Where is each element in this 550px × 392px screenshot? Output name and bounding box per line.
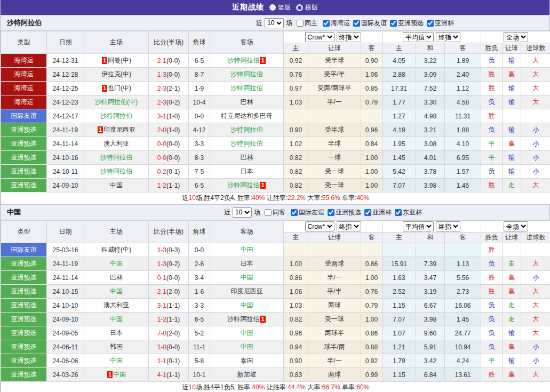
home-team-cell: 中国: [84, 285, 149, 299]
full-time-score: 1-3: [157, 246, 166, 254]
match-type-badge: 亚洲预选: [1, 354, 47, 368]
corner-cell: 0-0: [189, 109, 210, 123]
handicap-result: 输: [503, 95, 521, 109]
summary-segment: 场,胜4平2负4, 胜率:: [196, 194, 252, 202]
table-row: 亚洲预选 24-10-16 沙特阿拉伯 0-0(0-0) 8-3 巴林 0.82…: [1, 151, 550, 165]
avg-home-odds: 2.88: [382, 68, 416, 82]
category-checkbox[interactable]: [353, 20, 360, 27]
category-checkbox[interactable]: [323, 20, 330, 27]
half-time-score: (0-0): [166, 57, 180, 65]
avg-away-odds: 1.45: [445, 313, 481, 326]
corner-cell: 5-8: [189, 354, 210, 368]
col-header-score: 比分(半场): [149, 221, 189, 243]
handicap-line: 两球半: [308, 326, 361, 340]
crow-away-odds: 1.06: [361, 68, 382, 82]
full-game-select[interactable]: 全场: [504, 221, 528, 231]
category-checkbox[interactable]: [427, 20, 434, 27]
average-select[interactable]: 平均值: [403, 221, 434, 231]
match-date: 24-11-14: [47, 271, 84, 285]
category-checkbox[interactable]: [390, 20, 397, 27]
match-type-badge: 亚洲预选: [1, 257, 47, 271]
team-title: 中国: [7, 207, 21, 217]
same-venue-filter[interactable]: 同主: [294, 19, 317, 28]
radio-horizontal-layout[interactable]: 横版: [296, 3, 318, 12]
team-name: 沙特阿拉伯: [231, 126, 263, 133]
corner-cell: 1-6: [189, 285, 210, 299]
match-date: 24-10-16: [47, 151, 84, 165]
final-index-select-2[interactable]: 终指: [436, 221, 460, 231]
avg-draw-odds: 7.52: [416, 82, 445, 95]
final-index-select-2[interactable]: 终指: [436, 32, 460, 42]
summary-segment: 60%: [356, 383, 369, 391]
full-game-select[interactable]: 全场: [504, 32, 528, 42]
same-venue-checkbox[interactable]: [297, 20, 304, 27]
radio-selected-icon[interactable]: [296, 4, 303, 11]
category-label: 亚洲杯: [435, 19, 454, 28]
filter-category-东亚杯[interactable]: 东亚杯: [393, 208, 422, 217]
handicap-line: 平/半: [308, 285, 361, 299]
match-date: 25-03-16: [47, 243, 84, 257]
full-time-score: 1-1: [157, 357, 166, 365]
category-checkbox[interactable]: [291, 209, 298, 216]
category-checkbox[interactable]: [328, 209, 334, 216]
match-date: 24-06-11: [47, 340, 84, 354]
same-venue-filter[interactable]: 同客: [262, 208, 285, 217]
corner-cell: 8-7: [189, 68, 210, 82]
table-row: 亚洲预选 24-09-10 中国 1-2(1-1) 6-5 沙特阿拉伯1 0.8…: [1, 313, 550, 326]
wdl-result: 负: [481, 299, 503, 313]
table-row: 海湾运 24-12-28 伊拉克(中) 1-3(0-0) 8-7 沙特阿拉伯 0…: [1, 68, 550, 82]
bookmaker-select[interactable]: Crow*: [305, 32, 334, 42]
score-cell: 1-3(0-3): [149, 243, 189, 257]
avg-away-odds: [445, 243, 481, 257]
handicap-line: 受两球: [308, 257, 361, 271]
table-row: 海湾运 24-12-31 1阿曼(中) 2-1(0-0) 6-5 沙特阿拉伯1 …: [1, 54, 550, 68]
handicap-line: 受一球: [308, 179, 361, 193]
category-checkbox[interactable]: [395, 209, 402, 216]
rank-badge: 1: [107, 371, 113, 378]
radio-unselected-icon[interactable]: [269, 4, 276, 11]
match-date: 24-12-28: [47, 68, 84, 82]
filter-category-亚洲预选[interactable]: 亚洲预选: [325, 208, 361, 217]
score-cell: 3-1(1-0): [149, 109, 189, 123]
team-name: 沙特阿拉伯: [231, 70, 263, 78]
recent-count-select[interactable]: 10: [265, 18, 284, 28]
same-venue-label: 同客: [273, 208, 285, 217]
filter-category-国际友谊[interactable]: 国际友谊: [289, 208, 324, 217]
half-time-score: (1-1): [166, 182, 180, 189]
home-team-cell: 伊拉克(中): [84, 68, 149, 82]
crow-home-odds: 1.03: [284, 299, 308, 313]
bookmaker-select[interactable]: Crow*: [305, 221, 334, 231]
final-index-select[interactable]: 终指: [337, 221, 361, 231]
summary-row: 近10场,胜4平1负5, 胜率:40% 让胜率:44.4% 大率:66.7% 单…: [1, 382, 550, 392]
wdl-result: 胜: [481, 68, 503, 82]
match-type-badge: 亚洲预选: [1, 123, 47, 137]
final-index-select[interactable]: 终指: [337, 32, 361, 42]
radio-vertical-layout[interactable]: 竖版: [269, 3, 291, 12]
team-name: 日本: [241, 260, 253, 267]
handicap-line: 受一球: [308, 313, 361, 326]
avg-home-odds: 5.42: [382, 165, 416, 179]
match-type-badge: 海湾运: [1, 95, 47, 109]
same-venue-checkbox[interactable]: [265, 209, 272, 216]
full-time-score: 0-0: [157, 154, 166, 162]
filter-category-亚洲杯[interactable]: 亚洲杯: [362, 208, 392, 217]
match-date: 24-11-14: [47, 137, 84, 151]
filter-category-亚洲杯[interactable]: 亚洲杯: [425, 19, 454, 28]
filter-category-海湾运[interactable]: 海湾运: [321, 19, 350, 28]
team-name: 沙特阿拉伯: [227, 181, 259, 189]
avg-draw-odds: 3.47: [416, 271, 445, 285]
team-name: 沙特阿拉伯: [231, 140, 263, 147]
filter-category-国际友谊[interactable]: 国际友谊: [351, 19, 387, 28]
summary-segment: 10: [189, 383, 196, 391]
category-checkbox[interactable]: [364, 209, 371, 216]
filter-category-亚洲预选[interactable]: 亚洲预选: [388, 19, 424, 28]
summary-segment: 55.6%: [322, 194, 340, 202]
table-row: 亚洲预选 24-09-05 日本 7-0(2-0) 5-2 中国 0.96 两球…: [1, 326, 550, 340]
average-select[interactable]: 平均值: [403, 32, 434, 42]
corner-cell: 3-3: [189, 299, 210, 313]
avg-home-odds: 17.31: [382, 82, 416, 95]
score-cell: 0-2(0-1): [149, 165, 189, 179]
match-date: 24-09-10: [47, 179, 84, 193]
team-name: 日本: [241, 167, 253, 175]
recent-count-select[interactable]: 10: [233, 207, 252, 218]
